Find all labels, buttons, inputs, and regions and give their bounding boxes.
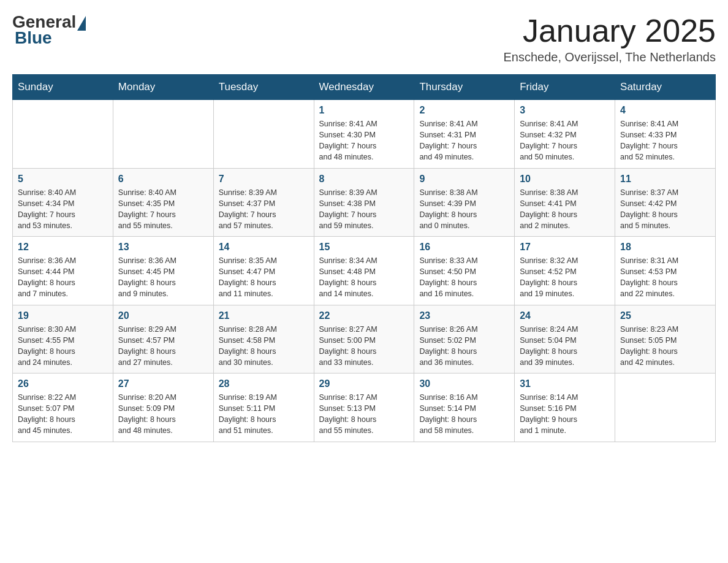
day-info: Sunrise: 8:31 AMSunset: 4:53 PMDaylight:… xyxy=(620,255,710,300)
calendar-table: Sunday Monday Tuesday Wednesday Thursday… xyxy=(12,74,716,442)
day-number: 24 xyxy=(520,310,610,321)
day-number: 30 xyxy=(419,378,509,389)
day-number: 28 xyxy=(219,378,309,389)
calendar-week-row: 1Sunrise: 8:41 AMSunset: 4:30 PMDaylight… xyxy=(13,100,716,169)
col-wednesday: Wednesday xyxy=(314,75,414,100)
day-info: Sunrise: 8:30 AMSunset: 4:55 PMDaylight:… xyxy=(18,324,108,369)
table-row xyxy=(615,373,716,442)
day-number: 12 xyxy=(18,242,108,253)
day-info: Sunrise: 8:28 AMSunset: 4:58 PMDaylight:… xyxy=(219,324,309,369)
day-number: 10 xyxy=(520,174,610,185)
day-info: Sunrise: 8:33 AMSunset: 4:50 PMDaylight:… xyxy=(419,255,509,300)
day-number: 14 xyxy=(219,242,309,253)
table-row: 23Sunrise: 8:26 AMSunset: 5:02 PMDayligh… xyxy=(414,305,515,373)
day-info: Sunrise: 8:35 AMSunset: 4:47 PMDaylight:… xyxy=(219,255,309,300)
day-info: Sunrise: 8:39 AMSunset: 4:37 PMDaylight:… xyxy=(219,187,309,232)
day-number: 17 xyxy=(520,242,610,253)
day-number: 7 xyxy=(219,174,309,185)
table-row: 18Sunrise: 8:31 AMSunset: 4:53 PMDayligh… xyxy=(615,237,716,305)
table-row: 22Sunrise: 8:27 AMSunset: 5:00 PMDayligh… xyxy=(314,305,414,373)
col-thursday: Thursday xyxy=(414,75,515,100)
day-info: Sunrise: 8:41 AMSunset: 4:33 PMDaylight:… xyxy=(620,118,710,163)
day-number: 15 xyxy=(319,242,409,253)
day-number: 1 xyxy=(319,105,409,116)
day-info: Sunrise: 8:24 AMSunset: 5:04 PMDaylight:… xyxy=(520,324,610,369)
table-row: 20Sunrise: 8:29 AMSunset: 4:57 PMDayligh… xyxy=(113,305,213,373)
day-number: 2 xyxy=(419,105,509,116)
day-info: Sunrise: 8:27 AMSunset: 5:00 PMDaylight:… xyxy=(319,324,409,369)
day-number: 8 xyxy=(319,174,409,185)
day-info: Sunrise: 8:39 AMSunset: 4:38 PMDaylight:… xyxy=(319,187,409,232)
day-number: 13 xyxy=(118,242,208,253)
day-info: Sunrise: 8:40 AMSunset: 4:34 PMDaylight:… xyxy=(18,187,108,232)
table-row: 17Sunrise: 8:32 AMSunset: 4:52 PMDayligh… xyxy=(515,237,615,305)
day-info: Sunrise: 8:14 AMSunset: 5:16 PMDaylight:… xyxy=(520,392,610,437)
calendar-week-row: 26Sunrise: 8:22 AMSunset: 5:07 PMDayligh… xyxy=(13,373,716,442)
day-number: 6 xyxy=(118,174,208,185)
table-row: 24Sunrise: 8:24 AMSunset: 5:04 PMDayligh… xyxy=(515,305,615,373)
table-row: 10Sunrise: 8:38 AMSunset: 4:41 PMDayligh… xyxy=(515,168,615,237)
day-number: 5 xyxy=(18,174,108,185)
day-number: 25 xyxy=(620,310,710,321)
day-number: 23 xyxy=(419,310,509,321)
table-row: 14Sunrise: 8:35 AMSunset: 4:47 PMDayligh… xyxy=(213,237,314,305)
day-info: Sunrise: 8:29 AMSunset: 4:57 PMDaylight:… xyxy=(118,324,208,369)
day-info: Sunrise: 8:16 AMSunset: 5:14 PMDaylight:… xyxy=(419,392,509,437)
table-row: 4Sunrise: 8:41 AMSunset: 4:33 PMDaylight… xyxy=(615,100,716,169)
day-info: Sunrise: 8:36 AMSunset: 4:45 PMDaylight:… xyxy=(118,255,208,300)
table-row: 7Sunrise: 8:39 AMSunset: 4:37 PMDaylight… xyxy=(213,168,314,237)
table-row: 30Sunrise: 8:16 AMSunset: 5:14 PMDayligh… xyxy=(414,373,515,442)
table-row: 3Sunrise: 8:41 AMSunset: 4:32 PMDaylight… xyxy=(515,100,615,169)
col-friday: Friday xyxy=(515,75,615,100)
table-row xyxy=(13,100,113,169)
day-info: Sunrise: 8:32 AMSunset: 4:52 PMDaylight:… xyxy=(520,255,610,300)
table-row xyxy=(113,100,213,169)
day-number: 31 xyxy=(520,378,610,389)
day-info: Sunrise: 8:20 AMSunset: 5:09 PMDaylight:… xyxy=(118,392,208,437)
location: Enschede, Overijssel, The Netherlands xyxy=(504,50,716,64)
calendar-week-row: 5Sunrise: 8:40 AMSunset: 4:34 PMDaylight… xyxy=(13,168,716,237)
table-row: 12Sunrise: 8:36 AMSunset: 4:44 PMDayligh… xyxy=(13,237,113,305)
table-row: 21Sunrise: 8:28 AMSunset: 4:58 PMDayligh… xyxy=(213,305,314,373)
day-number: 27 xyxy=(118,378,208,389)
day-number: 21 xyxy=(219,310,309,321)
table-row xyxy=(213,100,314,169)
day-info: Sunrise: 8:37 AMSunset: 4:42 PMDaylight:… xyxy=(620,187,710,232)
logo: General Blue xyxy=(12,12,86,48)
page-header: General Blue January 2025 Enschede, Over… xyxy=(12,12,716,64)
table-row: 25Sunrise: 8:23 AMSunset: 5:05 PMDayligh… xyxy=(615,305,716,373)
table-row: 9Sunrise: 8:38 AMSunset: 4:39 PMDaylight… xyxy=(414,168,515,237)
table-row: 29Sunrise: 8:17 AMSunset: 5:13 PMDayligh… xyxy=(314,373,414,442)
table-row: 31Sunrise: 8:14 AMSunset: 5:16 PMDayligh… xyxy=(515,373,615,442)
day-info: Sunrise: 8:34 AMSunset: 4:48 PMDaylight:… xyxy=(319,255,409,300)
day-number: 3 xyxy=(520,105,610,116)
calendar-week-row: 19Sunrise: 8:30 AMSunset: 4:55 PMDayligh… xyxy=(13,305,716,373)
calendar-header-row: Sunday Monday Tuesday Wednesday Thursday… xyxy=(13,75,716,100)
day-info: Sunrise: 8:41 AMSunset: 4:31 PMDaylight:… xyxy=(419,118,509,163)
table-row: 5Sunrise: 8:40 AMSunset: 4:34 PMDaylight… xyxy=(13,168,113,237)
day-number: 4 xyxy=(620,105,710,116)
day-info: Sunrise: 8:41 AMSunset: 4:32 PMDaylight:… xyxy=(520,118,610,163)
day-info: Sunrise: 8:38 AMSunset: 4:41 PMDaylight:… xyxy=(520,187,610,232)
day-info: Sunrise: 8:41 AMSunset: 4:30 PMDaylight:… xyxy=(319,118,409,163)
day-info: Sunrise: 8:17 AMSunset: 5:13 PMDaylight:… xyxy=(319,392,409,437)
day-number: 18 xyxy=(620,242,710,253)
day-number: 9 xyxy=(419,174,509,185)
day-number: 11 xyxy=(620,174,710,185)
day-number: 19 xyxy=(18,310,108,321)
table-row: 15Sunrise: 8:34 AMSunset: 4:48 PMDayligh… xyxy=(314,237,414,305)
table-row: 19Sunrise: 8:30 AMSunset: 4:55 PMDayligh… xyxy=(13,305,113,373)
day-number: 29 xyxy=(319,378,409,389)
table-row: 2Sunrise: 8:41 AMSunset: 4:31 PMDaylight… xyxy=(414,100,515,169)
day-info: Sunrise: 8:40 AMSunset: 4:35 PMDaylight:… xyxy=(118,187,208,232)
day-number: 16 xyxy=(419,242,509,253)
table-row: 27Sunrise: 8:20 AMSunset: 5:09 PMDayligh… xyxy=(113,373,213,442)
table-row: 1Sunrise: 8:41 AMSunset: 4:30 PMDaylight… xyxy=(314,100,414,169)
day-info: Sunrise: 8:22 AMSunset: 5:07 PMDaylight:… xyxy=(18,392,108,437)
day-number: 26 xyxy=(18,378,108,389)
table-row: 28Sunrise: 8:19 AMSunset: 5:11 PMDayligh… xyxy=(213,373,314,442)
title-section: January 2025 Enschede, Overijssel, The N… xyxy=(504,12,716,64)
col-sunday: Sunday xyxy=(13,75,113,100)
calendar-week-row: 12Sunrise: 8:36 AMSunset: 4:44 PMDayligh… xyxy=(13,237,716,305)
logo-blue-text: Blue xyxy=(15,28,52,48)
